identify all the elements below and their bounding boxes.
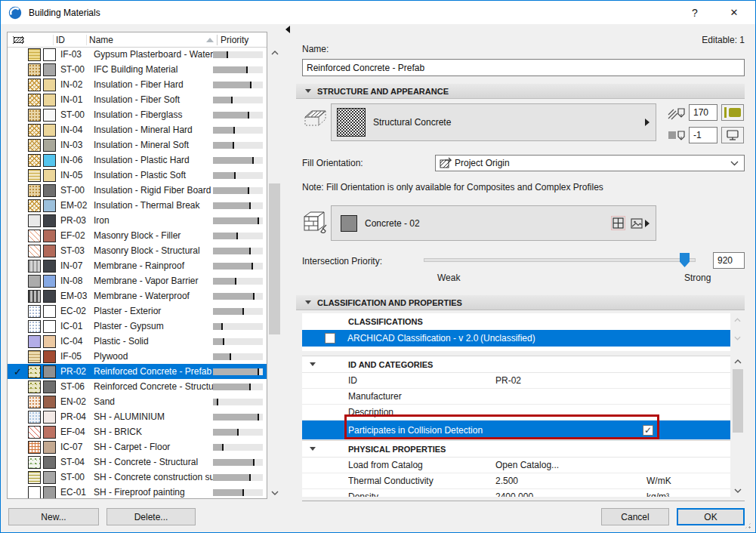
material-name: Insulation - Mineral Hard [94, 125, 213, 135]
priority-slider-handle[interactable] [680, 253, 690, 267]
table-row[interactable]: PR-03Iron [8, 213, 267, 228]
grid-icon[interactable] [611, 216, 625, 230]
scrollbar-thumb[interactable] [269, 183, 280, 334]
scroll-down-icon[interactable] [732, 485, 744, 497]
property-row[interactable]: Thermal Conductivity2.500W/mK [302, 473, 730, 489]
resize-grip[interactable] [744, 522, 752, 530]
material-name: Reinforced Concrete - Structural [94, 381, 213, 392]
property-row[interactable]: IDPR-02 [302, 373, 730, 389]
table-row[interactable]: PR-04SH - ALUMINIUM [8, 409, 267, 424]
classification-checkbox[interactable] [325, 333, 335, 344]
property-row[interactable]: Manufacturer [302, 389, 730, 405]
table-row[interactable]: EF-04SH - BRICK [8, 424, 267, 439]
material-id: EC-01 [60, 487, 94, 498]
new-button[interactable]: New... [8, 508, 99, 525]
background-pen-icon [667, 127, 687, 143]
property-group-header[interactable]: PHYSICAL PROPERTIES [302, 440, 730, 458]
table-row[interactable]: IN-05Insulation - Plastic Soft [8, 168, 267, 183]
table-row[interactable]: IC-07SH - Carpet - Floor [8, 439, 267, 454]
table-row[interactable]: IN-08Membrane - Vapor Barrier [8, 273, 267, 288]
property-group-header[interactable]: ID AND CATEGORIES [302, 356, 730, 373]
table-row[interactable]: IF-05Plywood [8, 349, 267, 364]
property-value[interactable]: PR-02 [495, 375, 646, 386]
property-row[interactable]: Load from CatalogOpen Catalog... [302, 458, 730, 473]
table-row[interactable]: EM-03Membrane - Waterproof [8, 288, 267, 303]
table-row[interactable]: IC-04Plastic - Solid [8, 334, 267, 349]
table-row[interactable]: ST-00Insulation - Rigid Fiber Board [8, 183, 267, 198]
section-structure-and-appearance[interactable]: STRUCTURE AND APPEARANCE [296, 84, 745, 99]
table-row[interactable]: IN-06Insulation - Plastic Hard [8, 153, 267, 168]
table-row[interactable]: ST-00Insulation - Fiberglass [8, 107, 267, 122]
table-row[interactable]: EM-02Insulation - Thermal Break [8, 198, 267, 213]
property-row[interactable]: Participates in Collision Detection✓ [302, 421, 730, 440]
materials-scrollbar[interactable] [268, 46, 281, 499]
collision-detection-checkbox[interactable]: ✓ [643, 425, 653, 436]
table-row[interactable]: IC-01Plaster - Gypsum [8, 319, 267, 334]
color-swatch [43, 396, 56, 408]
table-row[interactable]: EC-02Plaster - Exterior [8, 303, 267, 319]
scrollbar-thumb[interactable] [733, 369, 743, 433]
table-row[interactable]: ST-00IFC Building Material [8, 62, 267, 77]
table-row[interactable]: ST-00SH - Concrete construction sub-flo [8, 470, 267, 485]
priority-bar [213, 474, 263, 481]
close-button[interactable]: ✕ [719, 1, 749, 24]
table-row[interactable]: EC-01SH - Fireproof painting [8, 485, 267, 498]
table-row[interactable]: IN-04Insulation - Mineral Hard [8, 122, 267, 137]
table-row[interactable]: EN-02Sand [8, 394, 267, 409]
table-row[interactable]: ST-06Reinforced Concrete - Structural [8, 379, 267, 394]
properties-box: ID AND CATEGORIESIDPR-02ManufacturerDesc… [302, 356, 730, 497]
priority-value-field[interactable] [713, 252, 745, 269]
table-row[interactable]: IN-03Insulation - Mineral Soft [8, 137, 267, 153]
delete-button[interactable]: Delete... [106, 508, 196, 525]
fill-pen-color-button[interactable] [721, 104, 744, 121]
table-row[interactable]: ST-04SH - Concrete - Structural [8, 454, 267, 470]
property-value[interactable]: 2400.000 [495, 491, 646, 497]
classifications-header: CLASSIFICATIONS [302, 313, 730, 330]
cancel-button[interactable]: Cancel [601, 508, 669, 525]
table-row[interactable]: IN-01Insulation - Fiber Soft [8, 92, 267, 107]
background-pen-number-field[interactable] [689, 127, 717, 143]
properties-scrollbar[interactable] [732, 356, 744, 497]
pattern-swatch [28, 184, 41, 197]
panel-collapse-arrow[interactable] [285, 26, 290, 33]
screen-only-button[interactable] [721, 127, 744, 143]
name-input[interactable] [302, 59, 745, 76]
property-value[interactable]: 2.500 [495, 476, 646, 486]
material-id: PR-02 [60, 366, 94, 377]
fill-pen-number-field[interactable] [689, 104, 717, 121]
pattern-swatch [28, 335, 41, 348]
texture-image-icon[interactable] [630, 217, 643, 230]
table-row[interactable]: ✓PR-02Reinforced Concrete - Prefab [8, 364, 267, 379]
help-button[interactable]: ? [680, 1, 710, 24]
scroll-up-icon[interactable] [732, 315, 742, 325]
table-row[interactable]: IN-02Insulation - Fiber Hard [8, 77, 267, 92]
color-swatch [43, 305, 56, 318]
scroll-down-icon[interactable] [268, 486, 281, 499]
scroll-down-icon[interactable] [732, 333, 742, 344]
surface-dropdown[interactable]: Concrete - 02 [331, 205, 656, 241]
classification-row[interactable]: ARCHICAD Classification - v 2.0 (Unclass… [302, 330, 730, 347]
scroll-up-icon[interactable] [268, 46, 281, 59]
priority-bar [213, 459, 263, 466]
property-row[interactable]: Density2400.000kg/m³ [302, 489, 730, 497]
table-row[interactable]: ST-03Masonry Block - Structural [8, 243, 267, 258]
collapse-triangle-icon [305, 300, 311, 304]
material-id: PR-04 [60, 411, 94, 422]
color-swatch [43, 245, 56, 257]
table-row[interactable]: IN-07Membrane - Rainproof [8, 258, 267, 273]
cut-fill-dropdown[interactable]: Structural Concrete [331, 103, 656, 141]
fill-orientation-dropdown[interactable]: Project Origin [435, 155, 745, 171]
table-row[interactable]: EF-02Masonry Block - Filler [8, 228, 267, 243]
scroll-up-icon[interactable] [732, 356, 744, 368]
collapse-triangle-icon [310, 362, 316, 366]
ok-button[interactable]: OK [677, 508, 745, 525]
material-id: ST-00 [60, 109, 94, 120]
table-row[interactable]: IF-03Gypsum Plasterboard - Waterproo [8, 47, 267, 62]
classifications-box: CLASSIFICATIONS ARCHICAD Classification … [302, 313, 730, 351]
section-classification-and-properties[interactable]: CLASSIFICATION AND PROPERTIES [296, 295, 745, 310]
priority-bar [213, 338, 263, 345]
property-row[interactable]: Description [302, 405, 730, 421]
classifications-scrollbar[interactable] [732, 313, 742, 348]
priority-slider-track[interactable] [424, 258, 696, 262]
property-value[interactable]: Open Catalog... [495, 460, 646, 470]
